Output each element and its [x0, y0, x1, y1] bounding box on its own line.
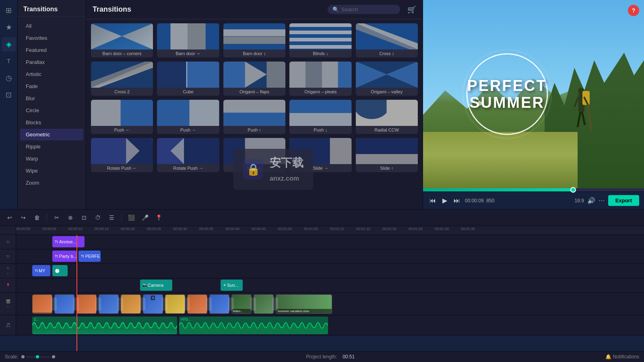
transition-origami-pleats[interactable]: Origami – pleats: [289, 62, 351, 96]
delete-btn[interactable]: 🗑: [31, 212, 43, 223]
nav-item-circle[interactable]: Circle: [20, 105, 83, 116]
video-clip[interactable]: [254, 294, 274, 314]
transition-row4-4[interactable]: Slide →: [289, 138, 351, 172]
nav-item-all[interactable]: All: [20, 20, 83, 32]
sidebar-icon-star[interactable]: ★: [2, 20, 16, 35]
nav-item-parallax[interactable]: Parallax: [20, 56, 83, 68]
nav-item-blocks[interactable]: Blocks: [20, 117, 83, 128]
transition-row4-2[interactable]: Rotate Push →: [157, 138, 219, 172]
transition-push-right[interactable]: Push →: [157, 100, 219, 134]
transition-barndoor-corners[interactable]: Barn door – corners: [91, 23, 153, 58]
redo-btn[interactable]: ↪: [18, 212, 29, 223]
nav-item-favorites[interactable]: Favorites: [20, 32, 83, 44]
volume-icon[interactable]: 🔊: [587, 197, 595, 204]
nav-item-zoom[interactable]: Zoom: [20, 177, 83, 189]
transition-cross[interactable]: Cross ↕: [356, 23, 418, 58]
nav-item-artistic[interactable]: Artistic: [20, 68, 83, 80]
speed-btn[interactable]: ⏱: [92, 212, 103, 223]
nav-item-blur[interactable]: Blur: [20, 93, 83, 104]
video-clip[interactable]: video...: [231, 294, 252, 314]
video-clip[interactable]: [76, 294, 97, 314]
video-clip[interactable]: [54, 294, 74, 314]
svg-marker-27: [266, 62, 285, 88]
mic-btn[interactable]: 🎤: [139, 212, 151, 223]
timeline-progress-bar[interactable]: [423, 188, 644, 191]
video-clip[interactable]: [187, 294, 207, 314]
ctrl-next-btn[interactable]: ⏭: [452, 195, 462, 206]
transition-thumb: [157, 100, 219, 126]
transition-label: Slide →: [289, 164, 351, 172]
nav-item-geometric[interactable]: Geometric: [20, 129, 83, 140]
audio-waveform-2[interactable]: ATG...: [179, 317, 328, 334]
video-clip[interactable]: [209, 294, 229, 314]
crop-btn[interactable]: ⊡: [78, 212, 90, 223]
nav-item-warp[interactable]: Warp: [20, 153, 83, 165]
pin-btn[interactable]: 📍: [153, 212, 164, 223]
track-item-sun[interactable]: ☀ Sun...: [221, 280, 243, 291]
video-clip[interactable]: 3: [143, 294, 163, 314]
transition-marker: [140, 298, 145, 311]
ruler-mark: 00:00:10: [68, 227, 95, 231]
scale-slider[interactable]: [21, 355, 55, 358]
sidebar-icon-transitions[interactable]: ◈: [2, 37, 16, 51]
transition-radial-ccw[interactable]: Radial CCW: [356, 100, 418, 134]
transition-barndoor-lr[interactable]: Barn door ↔: [157, 23, 219, 58]
transition-row4-3[interactable]: Slide ←: [223, 138, 285, 172]
compare-btn[interactable]: ⬛: [126, 212, 137, 223]
track-item-camera[interactable]: 📷 Camera: [140, 280, 172, 291]
nav-item-wipe[interactable]: Wipe: [20, 165, 83, 177]
video-clip-last[interactable]: summer vacation.mov: [276, 294, 332, 314]
list-btn[interactable]: ☰: [106, 212, 117, 223]
track-item-perfe[interactable]: Tt PERFE...: [78, 251, 101, 262]
transition-push-left[interactable]: Push ←: [91, 100, 153, 134]
transition-thumb: [356, 138, 418, 164]
svg-line-65: [574, 97, 578, 107]
transition-blinds[interactable]: Blinds ↓: [289, 23, 351, 58]
svg-line-67: [588, 105, 591, 131]
transition-cube[interactable]: Cube: [157, 62, 219, 96]
nav-item-featured[interactable]: Featured: [20, 44, 83, 56]
nav-item-fade[interactable]: Fade: [20, 80, 83, 92]
transition-push-down[interactable]: Push ↓: [289, 100, 351, 134]
track-item-party[interactable]: Tt Party b...: [52, 251, 76, 262]
video-clip[interactable]: [121, 294, 141, 314]
ctrl-prev-btn[interactable]: ⏮: [428, 195, 438, 206]
audio-waveform-1[interactable]: Z...: [32, 317, 177, 334]
search-box[interactable]: 🔍: [328, 5, 400, 14]
copy-btn[interactable]: ⊕: [65, 212, 76, 223]
transition-thumb: [91, 138, 153, 164]
export-button[interactable]: Export: [608, 195, 639, 206]
transition-marker: [73, 298, 79, 311]
transition-thumb: [289, 100, 351, 126]
cart-icon[interactable]: 🛒: [407, 5, 416, 14]
transition-row4-1[interactable]: Rotate Push ←: [91, 138, 153, 172]
track-item-clock[interactable]: 🕐: [52, 265, 68, 276]
sidebar-icon-text[interactable]: T: [2, 54, 16, 68]
sidebar-icon-grid[interactable]: ⊞: [2, 3, 16, 18]
sidebar-icon-clock[interactable]: ◷: [2, 71, 16, 85]
nav-item-ripple[interactable]: Ripple: [20, 141, 83, 152]
transition-origami-valley[interactable]: Origami – valley: [356, 62, 418, 96]
search-input[interactable]: [341, 6, 390, 12]
cut-btn[interactable]: ✂: [51, 212, 62, 223]
undo-btn[interactable]: ↩: [4, 212, 15, 223]
ctrl-play-btn[interactable]: ▶: [441, 195, 449, 206]
progress-thumb[interactable]: [570, 187, 576, 193]
transition-label: Rotate Push →: [157, 164, 219, 172]
transition-row4-5[interactable]: Slide ↑: [356, 138, 418, 172]
track-item-my[interactable]: Tt MY: [32, 265, 50, 276]
more-options-btn[interactable]: ⋯: [599, 197, 605, 204]
video-clip[interactable]: [32, 294, 52, 314]
track-item-anniv[interactable]: Tt Annive...: [52, 236, 85, 247]
help-button[interactable]: ?: [628, 5, 639, 16]
transition-cross2[interactable]: Cross 2: [91, 62, 153, 96]
video-clip[interactable]: [165, 294, 185, 314]
svg-marker-32: [338, 62, 352, 88]
transition-push-up[interactable]: Push ↑: [223, 100, 285, 134]
transition-origami-flaps[interactable]: Origami – flaps: [223, 62, 285, 96]
sidebar-icon-modules[interactable]: ⊡: [2, 88, 16, 102]
video-clip[interactable]: [99, 294, 119, 314]
notifications-btn[interactable]: 🔔 Notifications: [605, 354, 639, 360]
transition-barndoor-ud[interactable]: Barn door ↕: [223, 23, 285, 58]
track-effects: Tt + Tt MY 🕐: [0, 264, 644, 278]
